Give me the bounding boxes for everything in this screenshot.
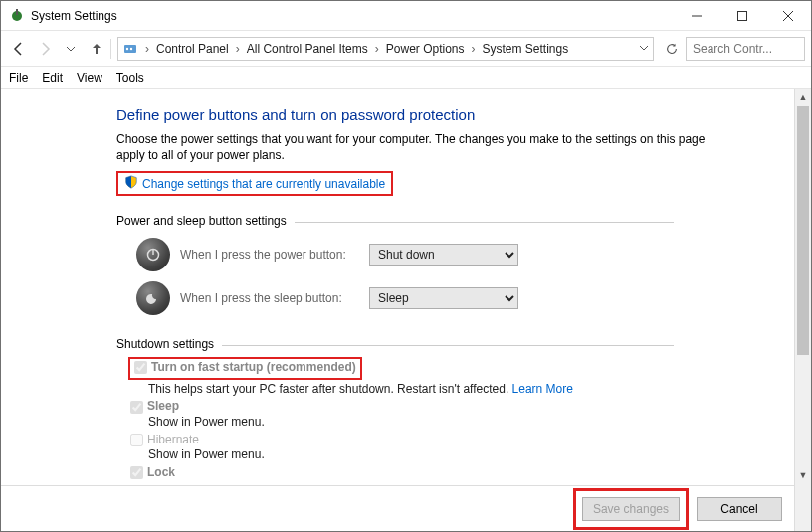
vertical-scrollbar[interactable]: ▲ ▼	[794, 89, 811, 531]
power-button-select[interactable]: Shut down	[369, 244, 518, 266]
svg-rect-3	[738, 11, 747, 20]
app-icon	[9, 8, 25, 24]
chevron-right-icon[interactable]: ›	[468, 42, 478, 56]
minimize-button[interactable]	[674, 1, 719, 30]
sleep-description: Show in Power menu.	[148, 415, 794, 431]
chevron-right-icon[interactable]: ›	[142, 42, 152, 56]
breadcrumb-item[interactable]: System Settings	[482, 42, 568, 56]
power-button-label: When I press the power button:	[180, 248, 359, 262]
sleep-icon	[136, 281, 170, 315]
scroll-down-arrow-icon[interactable]: ▼	[795, 466, 811, 483]
svg-point-7	[126, 47, 128, 49]
sleep-button-label: When I press the sleep button:	[180, 291, 359, 305]
titlebar: System Settings	[1, 1, 811, 31]
recent-locations-button[interactable]	[59, 37, 83, 61]
section-power-sleep: Power and sleep button settings	[116, 214, 794, 228]
fast-startup-checkbox[interactable]	[134, 361, 147, 374]
power-button-row: When I press the power button: Shut down	[136, 238, 794, 271]
maximize-button[interactable]	[719, 1, 765, 30]
window-title: System Settings	[31, 9, 674, 23]
footer-bar: Save changes Cancel	[1, 485, 794, 531]
section-shutdown: Shutdown settings	[116, 337, 794, 351]
menu-view[interactable]: View	[77, 71, 102, 85]
fast-startup-label: Turn on fast startup (recommended)	[151, 360, 356, 374]
window-controls	[674, 1, 811, 30]
hibernate-description: Show in Power menu.	[148, 447, 794, 463]
breadcrumb-item[interactable]: All Control Panel Items	[247, 42, 368, 56]
search-input[interactable]	[686, 37, 805, 61]
hibernate-label: Hibernate	[147, 433, 199, 448]
learn-more-link[interactable]: Learn More	[512, 382, 573, 396]
close-button[interactable]	[765, 1, 811, 30]
svg-rect-1	[16, 9, 18, 15]
sleep-button-select[interactable]: Sleep	[369, 287, 518, 309]
up-button[interactable]	[85, 37, 108, 61]
breadcrumb-item[interactable]: Control Panel	[156, 42, 229, 56]
svg-point-8	[130, 47, 132, 49]
breadcrumb-item[interactable]: Power Options	[386, 42, 465, 56]
scroll-up-arrow-icon[interactable]: ▲	[795, 89, 811, 105]
separator	[110, 39, 111, 59]
control-panel-icon	[122, 41, 138, 57]
fast-startup-description: This helps start your PC faster after sh…	[148, 382, 794, 398]
lock-checkbox[interactable]	[130, 466, 143, 479]
hibernate-checkbox[interactable]	[130, 434, 143, 446]
content-area: Define power buttons and turn on passwor…	[1, 89, 794, 531]
sleep-checkbox[interactable]	[130, 401, 143, 414]
menu-edit[interactable]: Edit	[42, 71, 63, 85]
save-changes-button[interactable]: Save changes	[582, 497, 680, 521]
menu-file[interactable]: File	[9, 71, 28, 85]
change-settings-link[interactable]: Change settings that are currently unava…	[142, 177, 385, 191]
back-button[interactable]	[7, 37, 31, 61]
forward-button[interactable]	[33, 37, 57, 61]
menu-tools[interactable]: Tools	[116, 71, 144, 85]
power-icon	[136, 238, 170, 271]
navigation-bar: › Control Panel › All Control Panel Item…	[1, 31, 811, 67]
shield-icon	[124, 175, 138, 192]
highlight-box: Save changes	[573, 488, 689, 530]
address-bar[interactable]: › Control Panel › All Control Panel Item…	[117, 37, 654, 61]
page-description: Choose the power settings that you want …	[116, 131, 713, 163]
highlight-box: Change settings that are currently unava…	[116, 171, 393, 196]
page-title: Define power buttons and turn on passwor…	[116, 106, 794, 123]
chevron-right-icon[interactable]: ›	[233, 42, 243, 56]
sleep-button-row: When I press the sleep button: Sleep	[136, 281, 794, 315]
scrollbar-thumb[interactable]	[797, 106, 809, 355]
lock-label: Lock	[147, 465, 175, 481]
menu-bar: File Edit View Tools	[1, 67, 811, 89]
chevron-down-icon[interactable]	[639, 42, 649, 56]
chevron-right-icon[interactable]: ›	[372, 42, 382, 56]
highlight-box: Turn on fast startup (recommended)	[128, 357, 362, 380]
cancel-button[interactable]: Cancel	[697, 497, 782, 521]
sleep-label: Sleep	[147, 399, 179, 415]
refresh-button[interactable]	[660, 37, 684, 61]
